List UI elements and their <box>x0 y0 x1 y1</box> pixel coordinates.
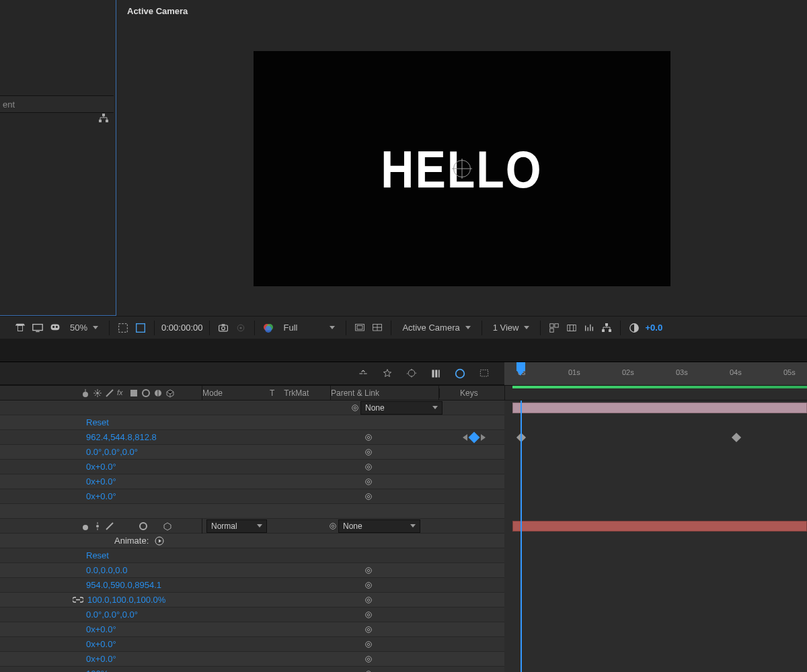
motion-blur-switch-icon[interactable] <box>139 521 148 531</box>
frame-blend-column-icon[interactable] <box>129 388 139 398</box>
project-tab[interactable]: ent <box>0 95 114 113</box>
fast-previews-icon[interactable] <box>582 321 596 335</box>
property-row[interactable]: Reset <box>0 415 504 430</box>
pickwhip-icon[interactable] <box>363 462 374 472</box>
chain-link-icon[interactable] <box>73 596 83 603</box>
snapshot-icon[interactable] <box>217 321 230 335</box>
monitor-icon[interactable] <box>31 321 44 335</box>
xrot-value[interactable]: 0x+0.0° <box>86 624 116 634</box>
view-dropdown[interactable]: 1 View <box>489 323 534 333</box>
animate-row[interactable]: Animate: <box>0 534 504 548</box>
playhead-icon[interactable] <box>516 362 525 371</box>
roi-icon[interactable] <box>116 321 130 335</box>
current-time[interactable]: 0:00:00:00 <box>161 323 202 333</box>
column-parent[interactable]: Parent & Link <box>331 388 438 398</box>
position-value[interactable]: 962.4,544.8,812.8 <box>86 432 157 442</box>
show-snapshot-icon[interactable] <box>234 321 247 335</box>
transparency-grid-icon[interactable] <box>134 321 147 335</box>
3d-column-icon[interactable] <box>165 388 175 398</box>
position-value[interactable]: 954.0,590.0,8954.1 <box>86 580 161 590</box>
orientation-value[interactable]: 0.0°,0.0°,0.0° <box>86 447 138 457</box>
pickwhip-icon[interactable] <box>363 610 374 620</box>
property-row[interactable]: 0x+0.0° <box>0 474 504 489</box>
property-row[interactable]: 0x+0.0° <box>0 622 504 637</box>
fx-column-icon[interactable]: fx <box>117 388 126 398</box>
pickwhip-icon[interactable] <box>363 580 374 591</box>
pixel-aspect-icon[interactable] <box>565 321 578 335</box>
collapse-switch-icon[interactable] <box>93 521 102 531</box>
pickwhip-icon[interactable] <box>363 654 374 665</box>
timeline-tracks[interactable] <box>504 401 807 672</box>
exposure-reset-icon[interactable] <box>627 321 641 335</box>
opacity-value[interactable]: 100% <box>86 669 108 672</box>
composition-preview[interactable]: HELLO <box>254 51 670 286</box>
mode-dropdown[interactable]: Normal <box>206 519 267 533</box>
xrot-value[interactable]: 0x+0.0° <box>86 462 116 472</box>
property-row[interactable]: 100.0,100.0,100.0% <box>0 593 504 607</box>
tl-tool-1-icon[interactable] <box>356 367 370 380</box>
view-options-icon[interactable] <box>547 321 561 335</box>
tl-tool-4-icon[interactable] <box>429 367 443 380</box>
mask-icon[interactable] <box>48 321 62 335</box>
keyframe-nav[interactable] <box>444 433 504 442</box>
orientation-value[interactable]: 0.0°,0.0°,0.0° <box>86 610 138 620</box>
pickwhip-icon[interactable] <box>363 669 374 673</box>
layer-bar[interactable] <box>512 403 807 413</box>
pickwhip-icon[interactable] <box>363 491 374 502</box>
property-row[interactable]: 100% <box>0 667 504 672</box>
anchor-point-icon[interactable] <box>453 160 471 177</box>
playhead-line[interactable] <box>521 401 522 672</box>
layer-bar[interactable] <box>512 521 807 532</box>
shy-switch-icon[interactable] <box>81 521 90 531</box>
zrot-value[interactable]: 0x+0.0° <box>86 491 116 501</box>
3d-switch-icon[interactable] <box>163 521 172 531</box>
pickwhip-icon[interactable] <box>328 521 338 532</box>
parent-dropdown[interactable]: None <box>338 519 420 533</box>
animate-play-icon[interactable] <box>153 534 166 548</box>
pickwhip-icon[interactable] <box>363 476 374 487</box>
camera-dropdown[interactable]: Active Camera <box>398 323 474 333</box>
property-row[interactable]: 962.4,544.8,812.8 <box>0 430 504 445</box>
keyframe-icon[interactable] <box>732 433 741 442</box>
anchor-value[interactable]: 0.0,0.0,0.0 <box>86 565 127 575</box>
pickwhip-icon[interactable] <box>363 639 374 650</box>
reset-link[interactable]: Reset <box>86 417 109 427</box>
wand-column-icon[interactable] <box>105 388 114 398</box>
quality-switch-icon[interactable] <box>105 521 114 531</box>
safe-zones-icon[interactable] <box>353 321 367 335</box>
property-row[interactable]: Reset <box>0 548 504 563</box>
zrot-value[interactable]: 0x+0.0° <box>86 654 116 664</box>
property-row[interactable]: 0.0°,0.0°,0.0° <box>0 445 504 460</box>
star-column-icon[interactable] <box>93 388 102 398</box>
pickwhip-icon[interactable] <box>363 595 374 605</box>
tl-tool-5-icon[interactable] <box>453 367 467 380</box>
magnify-icon[interactable] <box>13 321 27 335</box>
yrot-value[interactable]: 0x+0.0° <box>86 639 116 649</box>
pickwhip-icon[interactable] <box>363 447 374 458</box>
time-ruler[interactable]: 0s 01s 02s 03s 04s 05s <box>504 362 807 385</box>
motion-blur-column-icon[interactable] <box>141 388 151 398</box>
column-mode[interactable]: Mode <box>202 388 270 398</box>
layer-row[interactable]: Normal None <box>0 519 504 534</box>
pickwhip-icon[interactable] <box>350 403 360 413</box>
layer-row[interactable]: None <box>0 401 504 415</box>
channel-icon[interactable] <box>262 321 275 335</box>
property-row[interactable]: 0.0,0.0,0.0 <box>0 563 504 578</box>
yrot-value[interactable]: 0x+0.0° <box>86 476 116 487</box>
grid-toggle-icon[interactable] <box>371 321 384 335</box>
column-trkmat[interactable]: TrkMat <box>284 388 309 398</box>
property-row[interactable]: 954.0,590.0,8954.1 <box>0 578 504 593</box>
exposure-value[interactable]: +0.0 <box>645 323 662 333</box>
scale-value[interactable]: 100.0,100.0,100.0% <box>87 595 165 605</box>
pickwhip-icon[interactable] <box>363 432 374 443</box>
property-row[interactable]: 0x+0.0° <box>0 460 504 474</box>
property-row[interactable]: 0.0°,0.0°,0.0° <box>0 607 504 622</box>
adjustment-column-icon[interactable] <box>153 388 163 398</box>
property-row[interactable]: 0x+0.0° <box>0 652 504 667</box>
property-row[interactable]: 0x+0.0° <box>0 489 504 504</box>
pickwhip-icon[interactable] <box>363 565 374 576</box>
parent-dropdown[interactable]: None <box>360 401 443 415</box>
column-t[interactable]: T <box>270 388 274 398</box>
comp-flowchart-icon[interactable] <box>600 321 613 335</box>
tl-tool-6-icon[interactable] <box>477 367 491 380</box>
